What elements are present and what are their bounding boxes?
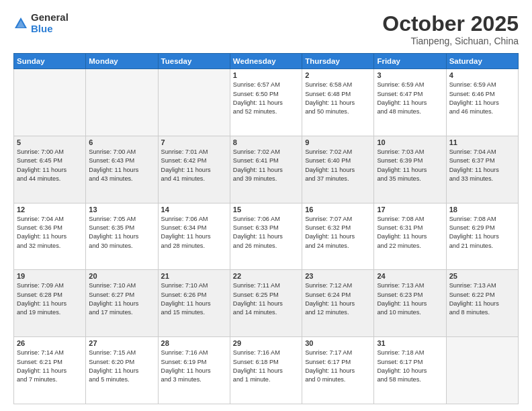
day-info: Sunrise: 7:06 AMSunset: 6:33 PMDaylight:… bbox=[233, 215, 299, 250]
table-row: 17Sunrise: 7:08 AMSunset: 6:31 PMDayligh… bbox=[374, 203, 446, 270]
day-info: Sunrise: 7:01 AMSunset: 6:42 PMDaylight:… bbox=[161, 148, 227, 183]
calendar-week-row: 26Sunrise: 7:14 AMSunset: 6:21 PMDayligh… bbox=[14, 337, 519, 404]
day-number: 23 bbox=[305, 272, 371, 280]
day-info: Sunrise: 6:57 AMSunset: 6:50 PMDaylight:… bbox=[233, 81, 299, 116]
table-row: 28Sunrise: 7:16 AMSunset: 6:19 PMDayligh… bbox=[158, 337, 230, 404]
day-info: Sunrise: 6:59 AMSunset: 6:46 PMDaylight:… bbox=[449, 81, 515, 116]
header-sunday: Sunday bbox=[14, 54, 86, 69]
table-row: 6Sunrise: 7:00 AMSunset: 6:43 PMDaylight… bbox=[86, 136, 158, 203]
table-row: 15Sunrise: 7:06 AMSunset: 6:33 PMDayligh… bbox=[230, 203, 302, 270]
day-info: Sunrise: 7:10 AMSunset: 6:27 PMDaylight:… bbox=[89, 281, 154, 317]
day-number: 31 bbox=[377, 339, 443, 347]
location: Tianpeng, Sichuan, China bbox=[382, 36, 519, 46]
day-number: 14 bbox=[161, 205, 227, 214]
day-number: 21 bbox=[161, 272, 227, 280]
day-number: 30 bbox=[305, 339, 371, 347]
table-row: 2Sunrise: 6:58 AMSunset: 6:48 PMDaylight… bbox=[302, 69, 374, 136]
weekday-header-row: Sunday Monday Tuesday Wednesday Thursday… bbox=[14, 54, 519, 69]
table-row: 30Sunrise: 7:17 AMSunset: 6:17 PMDayligh… bbox=[302, 337, 374, 404]
table-row: 5Sunrise: 7:00 AMSunset: 6:45 PMDaylight… bbox=[14, 136, 86, 203]
day-number: 11 bbox=[449, 138, 515, 146]
day-info: Sunrise: 7:16 AMSunset: 6:18 PMDaylight:… bbox=[233, 349, 299, 384]
day-info: Sunrise: 7:04 AMSunset: 6:36 PMDaylight:… bbox=[17, 215, 83, 250]
header-thursday: Thursday bbox=[302, 54, 374, 69]
calendar-week-row: 5Sunrise: 7:00 AMSunset: 6:45 PMDaylight… bbox=[14, 136, 519, 203]
month-title: October 2025 bbox=[382, 12, 519, 36]
header-friday: Friday bbox=[374, 54, 446, 69]
day-number: 1 bbox=[233, 71, 299, 79]
day-number: 6 bbox=[89, 138, 154, 146]
table-row: 4Sunrise: 6:59 AMSunset: 6:46 PMDaylight… bbox=[446, 69, 518, 136]
day-info: Sunrise: 7:13 AMSunset: 6:23 PMDaylight:… bbox=[377, 281, 443, 317]
day-info: Sunrise: 7:11 AMSunset: 6:25 PMDaylight:… bbox=[233, 281, 299, 317]
day-info: Sunrise: 7:12 AMSunset: 6:24 PMDaylight:… bbox=[305, 281, 371, 317]
calendar-week-row: 12Sunrise: 7:04 AMSunset: 6:36 PMDayligh… bbox=[14, 203, 519, 270]
table-row: 8Sunrise: 7:02 AMSunset: 6:41 PMDaylight… bbox=[230, 136, 302, 203]
table-row: 22Sunrise: 7:11 AMSunset: 6:25 PMDayligh… bbox=[230, 270, 302, 337]
calendar-week-row: 1Sunrise: 6:57 AMSunset: 6:50 PMDaylight… bbox=[14, 69, 519, 136]
day-info: Sunrise: 7:16 AMSunset: 6:19 PMDaylight:… bbox=[161, 349, 227, 384]
day-info: Sunrise: 6:59 AMSunset: 6:47 PMDaylight:… bbox=[377, 81, 443, 116]
day-info: Sunrise: 7:15 AMSunset: 6:20 PMDaylight:… bbox=[89, 349, 154, 384]
day-number: 28 bbox=[161, 339, 227, 347]
day-number: 16 bbox=[305, 205, 371, 214]
day-number: 15 bbox=[233, 205, 299, 214]
table-row: 21Sunrise: 7:10 AMSunset: 6:26 PMDayligh… bbox=[158, 270, 230, 337]
day-number: 17 bbox=[377, 205, 443, 214]
day-number: 24 bbox=[377, 272, 443, 280]
table-row bbox=[158, 69, 230, 136]
table-row: 14Sunrise: 7:06 AMSunset: 6:34 PMDayligh… bbox=[158, 203, 230, 270]
day-number: 29 bbox=[233, 339, 299, 347]
header-wednesday: Wednesday bbox=[230, 54, 302, 69]
day-info: Sunrise: 7:05 AMSunset: 6:35 PMDaylight:… bbox=[89, 215, 154, 250]
page-header: General Blue October 2025 Tianpeng, Sich… bbox=[13, 12, 519, 46]
table-row bbox=[86, 69, 158, 136]
day-number: 7 bbox=[161, 138, 227, 146]
day-number: 20 bbox=[89, 272, 154, 280]
table-row: 16Sunrise: 7:07 AMSunset: 6:32 PMDayligh… bbox=[302, 203, 374, 270]
day-number: 3 bbox=[377, 71, 443, 79]
day-number: 13 bbox=[89, 205, 154, 214]
day-info: Sunrise: 7:14 AMSunset: 6:21 PMDaylight:… bbox=[17, 349, 83, 384]
table-row: 29Sunrise: 7:16 AMSunset: 6:18 PMDayligh… bbox=[230, 337, 302, 404]
table-row: 12Sunrise: 7:04 AMSunset: 6:36 PMDayligh… bbox=[14, 203, 86, 270]
logo-general-text: General bbox=[31, 12, 69, 24]
day-info: Sunrise: 7:07 AMSunset: 6:32 PMDaylight:… bbox=[305, 215, 371, 250]
day-number: 8 bbox=[233, 138, 299, 146]
logo-blue-text: Blue bbox=[31, 24, 69, 35]
day-info: Sunrise: 7:04 AMSunset: 6:37 PMDaylight:… bbox=[449, 148, 515, 183]
day-number: 18 bbox=[449, 205, 515, 214]
day-number: 5 bbox=[17, 138, 83, 146]
day-number: 26 bbox=[17, 339, 83, 347]
table-row: 19Sunrise: 7:09 AMSunset: 6:28 PMDayligh… bbox=[14, 270, 86, 337]
table-row: 31Sunrise: 7:18 AMSunset: 6:17 PMDayligh… bbox=[374, 337, 446, 404]
header-monday: Monday bbox=[86, 54, 158, 69]
day-number: 19 bbox=[17, 272, 83, 280]
day-number: 27 bbox=[89, 339, 154, 347]
day-number: 4 bbox=[449, 71, 515, 79]
day-info: Sunrise: 7:08 AMSunset: 6:31 PMDaylight:… bbox=[377, 215, 443, 250]
table-row: 9Sunrise: 7:02 AMSunset: 6:40 PMDaylight… bbox=[302, 136, 374, 203]
day-number: 10 bbox=[377, 138, 443, 146]
table-row: 1Sunrise: 6:57 AMSunset: 6:50 PMDaylight… bbox=[230, 69, 302, 136]
header-tuesday: Tuesday bbox=[158, 54, 230, 69]
table-row: 27Sunrise: 7:15 AMSunset: 6:20 PMDayligh… bbox=[86, 337, 158, 404]
logo-icon bbox=[13, 16, 28, 31]
table-row: 18Sunrise: 7:08 AMSunset: 6:29 PMDayligh… bbox=[446, 203, 518, 270]
table-row: 25Sunrise: 7:13 AMSunset: 6:22 PMDayligh… bbox=[446, 270, 518, 337]
table-row bbox=[446, 337, 518, 404]
table-row: 26Sunrise: 7:14 AMSunset: 6:21 PMDayligh… bbox=[14, 337, 86, 404]
day-number: 12 bbox=[17, 205, 83, 214]
logo: General Blue bbox=[13, 12, 69, 34]
day-number: 2 bbox=[305, 71, 371, 79]
day-info: Sunrise: 7:18 AMSunset: 6:17 PMDaylight:… bbox=[377, 349, 443, 384]
title-block: October 2025 Tianpeng, Sichuan, China bbox=[382, 12, 519, 46]
day-info: Sunrise: 7:10 AMSunset: 6:26 PMDaylight:… bbox=[161, 281, 227, 317]
table-row: 3Sunrise: 6:59 AMSunset: 6:47 PMDaylight… bbox=[374, 69, 446, 136]
day-info: Sunrise: 7:09 AMSunset: 6:28 PMDaylight:… bbox=[17, 281, 83, 317]
calendar-week-row: 19Sunrise: 7:09 AMSunset: 6:28 PMDayligh… bbox=[14, 270, 519, 337]
table-row: 23Sunrise: 7:12 AMSunset: 6:24 PMDayligh… bbox=[302, 270, 374, 337]
day-info: Sunrise: 6:58 AMSunset: 6:48 PMDaylight:… bbox=[305, 81, 371, 116]
day-info: Sunrise: 7:17 AMSunset: 6:17 PMDaylight:… bbox=[305, 349, 371, 384]
table-row: 24Sunrise: 7:13 AMSunset: 6:23 PMDayligh… bbox=[374, 270, 446, 337]
